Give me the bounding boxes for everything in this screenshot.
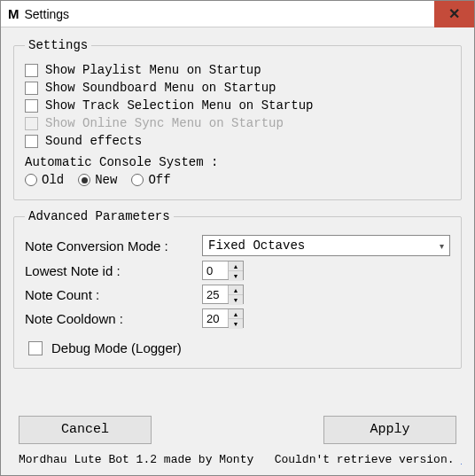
checkbox-playlist-startup[interactable]: Show Playlist Menu on Startup [25,63,450,77]
radio-off[interactable]: Off [131,173,170,187]
checkbox-icon[interactable] [25,82,38,95]
acs-label: Automatic Console System : [25,155,450,169]
checkbox-icon[interactable] [28,341,43,355]
spin-up-icon[interactable]: ▲ [229,309,243,319]
checkbox-label: Show Soundboard Menu on Startup [45,81,276,95]
advanced-group: Advanced Parameters Note Conversion Mode… [13,209,462,369]
spin-up-icon[interactable]: ▲ [229,261,243,271]
app-icon: M [8,6,19,21]
checkbox-debug-mode[interactable]: Debug Mode (Logger) [25,340,450,355]
row-note-cooldown: Note Cooldown : ▲ ▼ [25,308,450,328]
checkbox-icon [25,117,38,130]
window-title: Settings [25,7,70,21]
note-count-input[interactable] [203,285,228,303]
debug-label: Debug Mode (Logger) [51,340,182,355]
radio-label: New [95,173,117,187]
note-conversion-label: Note Conversion Mode : [25,238,202,254]
checkbox-icon[interactable] [25,135,38,148]
note-cooldown-input[interactable] [203,309,228,327]
radio-label: Off [148,173,170,187]
note-count-label: Note Count : [25,287,202,302]
checkbox-sound-effects[interactable]: Sound effects [25,134,450,148]
radio-label: Old [42,173,64,187]
apply-button[interactable]: Apply [323,416,456,444]
note-count-spinner[interactable]: ▲ ▼ [202,285,244,304]
radio-icon[interactable] [131,174,144,186]
radio-icon[interactable] [25,174,37,186]
lowest-note-input[interactable] [203,261,228,279]
footer-status: Couldn't retrieve version. [275,453,455,466]
retry-link[interactable]: Retry [461,453,462,466]
footer: Mordhau Lute Bot 1.2 made by Monty Could… [13,451,462,472]
settings-legend: Settings [25,38,91,52]
checkbox-track-selection-startup[interactable]: Show Track Selection Menu on Startup [25,98,450,113]
radio-new[interactable]: New [78,173,117,187]
spin-up-icon[interactable]: ▲ [229,285,243,295]
select-value: Fixed Octaves [208,238,440,253]
spin-down-icon[interactable]: ▼ [229,295,243,305]
checkbox-label: Sound effects [45,134,142,148]
radio-old[interactable]: Old [25,173,64,187]
checkbox-label: Show Track Selection Menu on Startup [45,98,313,113]
lowest-note-spinner[interactable]: ▲ ▼ [202,261,244,280]
spin-down-icon[interactable]: ▼ [229,271,243,281]
button-row: Cancel Apply [13,412,462,451]
acs-radio-group: Old New Off [25,173,450,187]
chevron-down-icon: ▾ [440,241,444,251]
lowest-note-label: Lowest Note id : [25,263,202,278]
spin-down-icon[interactable]: ▼ [229,319,243,329]
note-cooldown-label: Note Cooldown : [25,311,202,326]
checkbox-icon[interactable] [25,64,38,77]
cancel-button[interactable]: Cancel [19,416,152,444]
close-button[interactable]: ✕ [434,1,474,27]
settings-group: Settings Show Playlist Menu on Startup S… [13,38,462,200]
checkbox-soundboard-startup[interactable]: Show Soundboard Menu on Startup [25,81,450,95]
note-cooldown-spinner[interactable]: ▲ ▼ [202,308,244,328]
checkbox-label: Show Online Sync Menu on Startup [45,116,284,130]
settings-window: M Settings ✕ Settings Show Playlist Menu… [0,0,475,476]
titlebar: M Settings ✕ [1,1,474,27]
advanced-legend: Advanced Parameters [25,209,174,223]
note-conversion-select[interactable]: Fixed Octaves ▾ [202,235,450,256]
radio-icon[interactable] [78,174,90,186]
checkbox-online-sync-startup: Show Online Sync Menu on Startup [25,116,450,130]
row-note-conversion: Note Conversion Mode : Fixed Octaves ▾ [25,235,450,256]
close-icon: ✕ [448,5,460,22]
row-lowest-note: Lowest Note id : ▲ ▼ [25,261,450,280]
checkbox-label: Show Playlist Menu on Startup [45,63,261,77]
row-note-count: Note Count : ▲ ▼ [25,285,450,304]
checkbox-icon[interactable] [25,99,38,113]
footer-credit: Mordhau Lute Bot 1.2 made by Monty [19,453,253,466]
content-area: Settings Show Playlist Menu on Startup S… [1,27,474,475]
